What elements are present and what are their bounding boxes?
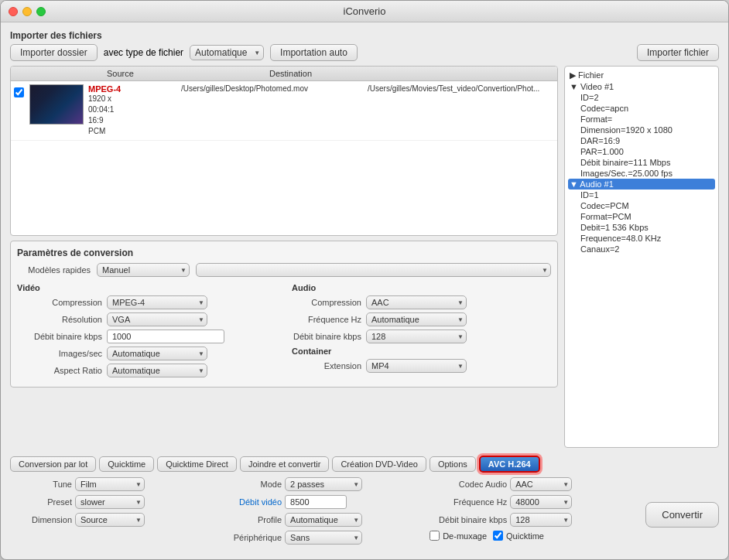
- tree-item-codec-apcn[interactable]: Codec=apcn: [568, 103, 715, 114]
- tree-item-dar[interactable]: DAR=16:9: [568, 135, 715, 146]
- extension-label: Extension: [292, 361, 361, 370]
- aspect-ratio-select[interactable]: Automatique: [107, 364, 207, 377]
- models-select2[interactable]: [196, 263, 551, 277]
- tree-item-id1[interactable]: ID=1: [568, 190, 715, 200]
- demuxage-checkbox-row: De-muxage: [430, 531, 487, 541]
- images-sec-select-wrapper: Automatique: [107, 347, 207, 360]
- peripherique-select[interactable]: Sans: [285, 531, 362, 545]
- tune-label: Tune: [10, 480, 72, 489]
- debit-video-adv-input[interactable]: [285, 495, 347, 509]
- debit-video-input[interactable]: [107, 330, 224, 343]
- preset-select[interactable]: slower: [75, 495, 145, 509]
- with-type-label: avec type de fichier: [104, 47, 183, 58]
- tree-item-canaux[interactable]: Canaux=2: [568, 244, 715, 254]
- tab-quicktime[interactable]: Quicktime: [99, 456, 154, 472]
- debit-video-adv-row: Débit vidéo: [220, 495, 423, 509]
- source-type: MPEG-4: [88, 84, 181, 94]
- extension-select-wrapper: MP4: [366, 359, 467, 373]
- models-select[interactable]: Manuel: [97, 263, 190, 277]
- file-table-header: Source Destination: [11, 67, 557, 81]
- file-source-info: MPEG-4 1920 x 00:04:1 16:9 PCM: [88, 84, 181, 137]
- tree-item-codec-pcm[interactable]: Codec=PCM: [568, 200, 715, 211]
- images-sec-select[interactable]: Automatique: [107, 347, 207, 360]
- minimize-button[interactable]: [22, 7, 32, 16]
- models-row: Modèles rapides Manuel: [17, 263, 551, 277]
- col-destination: Destination: [263, 69, 318, 78]
- tab-options[interactable]: Options: [430, 456, 476, 472]
- source-meta: 1920 x 00:04:1 16:9 PCM: [88, 94, 181, 137]
- resolution-select[interactable]: VGA: [107, 312, 207, 326]
- debit-binaire-adv-select[interactable]: 128: [510, 513, 572, 527]
- models-label: Modèles rapides: [17, 265, 91, 275]
- import-folder-button[interactable]: Importer dossier: [10, 44, 98, 61]
- adv-right: Codec Audio AAC Fréquence Hz: [430, 477, 633, 548]
- tree-item-debit[interactable]: Debit=1 536 Kbps: [568, 222, 715, 233]
- resolution-row: Résolution VGA: [17, 312, 276, 326]
- tree-item-fichier[interactable]: ▶ Fichier: [568, 70, 715, 81]
- codec-audio-select[interactable]: AAC: [510, 477, 572, 491]
- tab-dvd[interactable]: Création DVD-Video: [332, 456, 426, 472]
- tree-item-par[interactable]: PAR=1.000: [568, 146, 715, 157]
- quicktime-checkbox-row: Quicktime: [493, 531, 544, 541]
- tree-item-frequence[interactable]: Frequence=48.0 KHz: [568, 233, 715, 244]
- resolution-select-wrapper: VGA: [107, 312, 207, 326]
- table-row[interactable]: MPEG-4 1920 x 00:04:1 16:9 PCM /Users/gi…: [11, 81, 557, 141]
- frequence-hz-row: Fréquence Hz Automatique: [292, 312, 551, 326]
- mode-label: Mode: [220, 480, 282, 489]
- container-title: Container: [292, 347, 551, 356]
- file-type-select-wrapper: Automatique: [190, 45, 264, 60]
- import-file-button[interactable]: Importer fichier: [637, 44, 719, 61]
- tree-item-id2[interactable]: ID=2: [568, 92, 715, 103]
- frequence-hz-adv-select[interactable]: 48000: [510, 495, 572, 509]
- file-type-select[interactable]: Automatique: [190, 45, 264, 60]
- tree-item-images-sec[interactable]: Images/Sec.=25.000 fps: [568, 168, 715, 179]
- profile-select-wrapper: Automatique: [285, 513, 362, 527]
- quicktime-checkbox[interactable]: [493, 531, 503, 541]
- debit-audio-select[interactable]: 128: [366, 330, 467, 343]
- window-title: iConverio: [344, 5, 386, 17]
- tab-joindre[interactable]: Joindre et convertir: [240, 456, 330, 472]
- adv-left: Tune Film Preset slower: [10, 477, 214, 548]
- mode-select[interactable]: 2 passes: [285, 477, 362, 491]
- frequence-hz-adv-row: Fréquence Hz 48000: [430, 495, 633, 509]
- tab-quicktime-direct[interactable]: Quicktime Direct: [157, 456, 237, 472]
- file-table: Source Destination MPEG-4: [10, 66, 558, 236]
- dimension-select[interactable]: Source: [75, 513, 145, 527]
- resolution-label: Résolution: [17, 315, 102, 324]
- tree-item-debit-binaire[interactable]: Débit binaire=111 Mbps: [568, 157, 715, 168]
- tree-item-format[interactable]: Format=: [568, 114, 715, 125]
- row-checkbox[interactable]: [14, 84, 29, 100]
- aspect-ratio-select-wrapper: Automatique: [107, 364, 207, 377]
- convertir-button[interactable]: Convertir: [645, 502, 719, 528]
- col-image: [88, 69, 101, 78]
- main-window: iConverio Importer des fichiers Importer…: [0, 0, 729, 560]
- import-section: Importer des fichiers Importer dossier a…: [10, 30, 719, 61]
- tree-item-audio1[interactable]: ▼ Audio #1: [568, 179, 715, 190]
- tree-item-format-pcm[interactable]: Format=PCM: [568, 211, 715, 222]
- adv-row1: Tune Film Preset slower: [10, 477, 633, 548]
- auto-import-button[interactable]: Importation auto: [270, 44, 358, 61]
- tree-item-video1[interactable]: ▼ Video #1: [568, 81, 715, 92]
- compression-video-select-wrapper: MPEG-4: [107, 295, 207, 309]
- demuxage-checkbox[interactable]: [430, 531, 440, 541]
- frequence-hz-select[interactable]: Automatique: [366, 312, 467, 326]
- close-button[interactable]: [9, 7, 18, 16]
- profile-select[interactable]: Automatique: [285, 513, 362, 527]
- tree-item-dimension[interactable]: Dimension=1920 x 1080: [568, 125, 715, 135]
- import-section-label: Importer des fichiers: [10, 30, 719, 41]
- tab-avc-h264[interactable]: AVC H.264: [479, 456, 540, 473]
- mode-select-wrapper: 2 passes: [285, 477, 362, 491]
- models-select-wrapper: Manuel: [97, 263, 190, 277]
- debit-audio-label: Débit binaire kbps: [292, 332, 361, 341]
- compression-video-row: Compression MPEG-4: [17, 295, 276, 309]
- extension-select[interactable]: MP4: [366, 359, 467, 373]
- compression-audio-select[interactable]: AAC: [366, 295, 467, 309]
- frequence-hz-select-wrapper: Automatique: [366, 312, 467, 326]
- peripherique-row: Périphérique Sans: [220, 531, 423, 545]
- maximize-button[interactable]: [36, 7, 46, 16]
- info-tree[interactable]: ▶ Fichier ▼ Video #1 ID=2 Codec=apcn For…: [564, 66, 719, 448]
- tab-conversion-lot[interactable]: Conversion par lot: [10, 456, 96, 472]
- conversion-params: Paramètres de conversion Modèles rapides…: [10, 241, 558, 388]
- compression-video-select[interactable]: MPEG-4: [107, 295, 207, 309]
- tune-select[interactable]: Film: [75, 477, 145, 491]
